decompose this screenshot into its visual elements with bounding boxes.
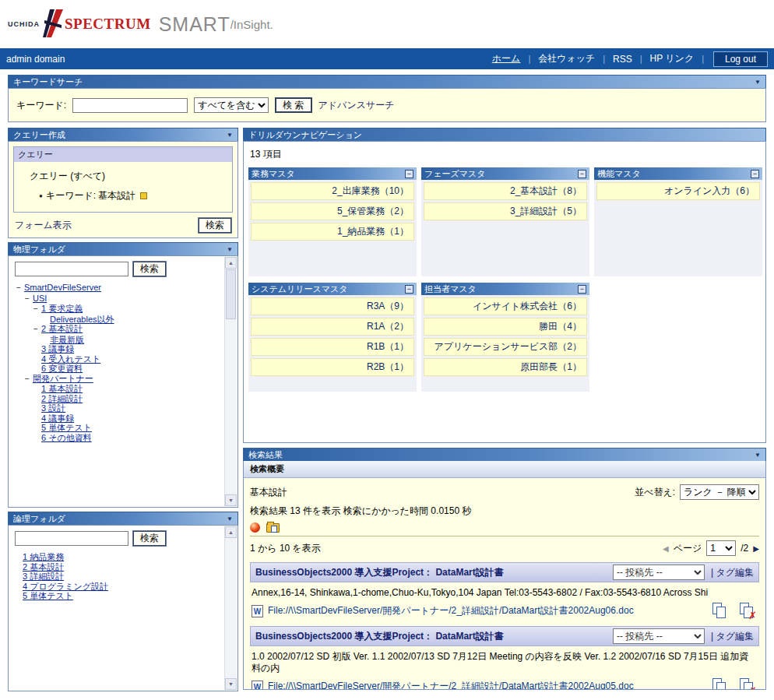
folder-link[interactable]: 1 納品業務 <box>23 552 64 562</box>
post-destination-select[interactable]: -- 投稿先 -- <box>613 565 705 580</box>
save-folder-icon[interactable] <box>266 523 280 533</box>
facet-item[interactable]: オンライン入力（6） <box>596 182 760 200</box>
scroll-up-icon[interactable]: ▲ <box>225 257 237 269</box>
scrollbar[interactable]: ▲ ▼ <box>224 526 237 690</box>
physical-folder-search-input[interactable] <box>15 262 128 276</box>
collapse-minus-icon[interactable]: − <box>405 285 413 294</box>
facet-item[interactable]: 原田部長（1） <box>424 358 587 376</box>
collapse-arrow-icon[interactable]: ▼ <box>227 132 233 139</box>
tree-row: −1 要求定義 <box>15 304 220 315</box>
physical-folder-header: 物理フォルダ ▼ <box>8 242 238 255</box>
nav-link-4[interactable]: HP リンク <box>650 52 695 65</box>
logical-folder-search-input[interactable] <box>15 531 128 546</box>
keyword-search-header: キーワードサーチ ▼ <box>8 75 766 88</box>
tree-expander-icon[interactable]: − <box>16 283 24 294</box>
post-destination-select[interactable]: -- 投稿先 -- <box>613 628 705 644</box>
facet-item[interactable]: アプリケーションサービス部（2） <box>424 338 587 356</box>
facet-item[interactable]: R1A（2） <box>251 318 414 336</box>
nav-link-1[interactable]: ホーム <box>492 52 521 65</box>
facet-item[interactable]: R3A（9） <box>251 297 414 315</box>
logical-folder-search-button[interactable]: 検索 <box>133 531 166 546</box>
logout-button[interactable]: Log out <box>713 51 768 67</box>
word-file-icon: W <box>252 605 263 617</box>
delete-document-icon[interactable]: ✗ <box>740 603 755 619</box>
range-row: 1 から 10 を表示 ◀ ページ 1 /2 ▶ <box>250 540 759 556</box>
copy-document-icon[interactable] <box>712 678 727 690</box>
scroll-down-icon[interactable]: ▼ <box>225 678 237 690</box>
facet-item[interactable]: R1B（1） <box>251 338 414 356</box>
collapse-arrow-icon[interactable]: ▼ <box>227 515 233 522</box>
file-link[interactable]: File://\\SmartDevFileServer/開発パートナー/2_詳細… <box>268 604 634 617</box>
folder-link[interactable]: 4 議事録 <box>41 413 74 424</box>
folder-link[interactable]: 2 基本設計 <box>23 562 64 572</box>
collapse-arrow-icon[interactable]: ▼ <box>755 452 761 459</box>
physical-folder-search-button[interactable]: 検索 <box>133 262 166 276</box>
feed-icon[interactable] <box>250 522 260 533</box>
page-select[interactable]: 1 <box>706 540 736 556</box>
copy-document-icon[interactable] <box>712 603 727 619</box>
keyword-input[interactable] <box>72 98 188 113</box>
folder-link[interactable]: 2 基本設計 <box>41 324 83 334</box>
delete-document-icon[interactable]: ✗ <box>740 678 755 690</box>
nav-link-3[interactable]: RSS <box>613 54 632 65</box>
folder-link[interactable]: 開発パートナー <box>33 374 93 384</box>
tag-edit-link[interactable]: | タグ編集 <box>711 630 754 643</box>
spectrum-logo-text: SPECTRUM <box>65 16 151 33</box>
scrollbar[interactable]: ▲ ▼ <box>224 257 237 506</box>
collapse-arrow-icon[interactable]: ▼ <box>755 79 761 86</box>
folder-link[interactable]: 5 単体テスト <box>23 591 73 601</box>
sort-select[interactable]: ランク － 降順 <box>680 484 759 500</box>
facet-item[interactable]: インサイト株式会社（6） <box>424 297 587 315</box>
folder-link[interactable]: 5 単体テスト <box>41 423 92 433</box>
master-title: 担当者マスタ <box>424 283 477 295</box>
facet-item[interactable]: 2_出庫業務（10） <box>251 182 414 200</box>
collapse-minus-icon[interactable]: − <box>751 170 759 178</box>
folder-link[interactable]: 4 プログラミング設計 <box>23 582 108 592</box>
collapse-minus-icon[interactable]: − <box>405 170 413 178</box>
folder-link[interactable]: 非最新版 <box>50 335 84 345</box>
folder-link[interactable]: 3 議事録 <box>41 344 74 354</box>
prev-page-icon[interactable]: ◀ <box>663 544 669 553</box>
scroll-thumb[interactable] <box>226 269 236 319</box>
facet-item[interactable]: 1_納品業務（1） <box>251 223 414 241</box>
form-display-link[interactable]: フォーム表示 <box>15 219 72 232</box>
collapse-arrow-icon[interactable]: ▼ <box>227 246 233 253</box>
result-title: BusinessObjects2000 導入支援Project： DataMar… <box>255 566 607 579</box>
tree-expander-icon[interactable]: − <box>33 325 41 335</box>
tree-expander-icon[interactable]: − <box>33 304 41 315</box>
facet-item[interactable]: 2_基本設計（8） <box>424 182 587 200</box>
folder-link[interactable]: 1 要求定義 <box>41 304 83 314</box>
facet-item[interactable]: 5_保管業務（2） <box>251 202 414 220</box>
facet-item[interactable]: 3_詳細設計（5） <box>424 202 587 220</box>
scroll-down-icon[interactable]: ▼ <box>225 494 237 506</box>
nav-link-2[interactable]: 会社ウォッチ <box>538 52 595 65</box>
folder-link[interactable]: 3 詳細設計 <box>23 572 64 582</box>
match-mode-select[interactable]: すべてを含む <box>194 97 269 113</box>
nav-separator: ｜ <box>525 53 533 65</box>
tree-expander-icon[interactable]: − <box>25 294 33 304</box>
folder-link[interactable]: 4 受入れテスト <box>41 354 100 364</box>
note-icon[interactable] <box>140 192 147 199</box>
next-page-icon[interactable]: ▶ <box>753 544 759 553</box>
folder-link[interactable]: SmartDevFileServer <box>24 283 101 293</box>
facet-item[interactable]: 勝田（4） <box>424 318 587 336</box>
advanced-search-link[interactable]: アドバンスサーチ <box>318 99 395 112</box>
query-search-button[interactable]: 検索 <box>199 218 231 233</box>
facet-item[interactable]: R2B（1） <box>251 358 414 376</box>
keyword-search-button[interactable]: 検 索 <box>275 97 311 113</box>
folder-link[interactable]: Deliverables以外 <box>50 315 114 325</box>
folder-link[interactable]: 1 基本設計 <box>41 384 83 394</box>
result-item: BusinessObjects2000 導入支援Project： DataMar… <box>250 562 759 619</box>
tree-expander-icon[interactable]: − <box>25 375 33 385</box>
folder-link[interactable]: 2 詳細設計 <box>41 394 83 404</box>
scroll-up-icon[interactable]: ▲ <box>225 526 237 538</box>
collapse-minus-icon[interactable]: − <box>578 285 586 294</box>
folder-link[interactable]: 6 変更資料 <box>41 364 83 374</box>
tag-edit-link[interactable]: | タグ編集 <box>711 566 754 579</box>
collapse-minus-icon[interactable]: − <box>578 170 586 178</box>
right-column: ドリルダウンナビゲーション 13 項目 業務マスタ−2_出庫業務（10）5_保管… <box>243 128 766 690</box>
folder-link[interactable]: 6 その他資料 <box>41 433 92 443</box>
folder-link[interactable]: USI <box>33 294 47 304</box>
folder-link[interactable]: 3 設計 <box>41 403 65 413</box>
file-link[interactable]: File://\\SmartDevFileServer/開発パートナー/2_詳細… <box>268 680 634 690</box>
